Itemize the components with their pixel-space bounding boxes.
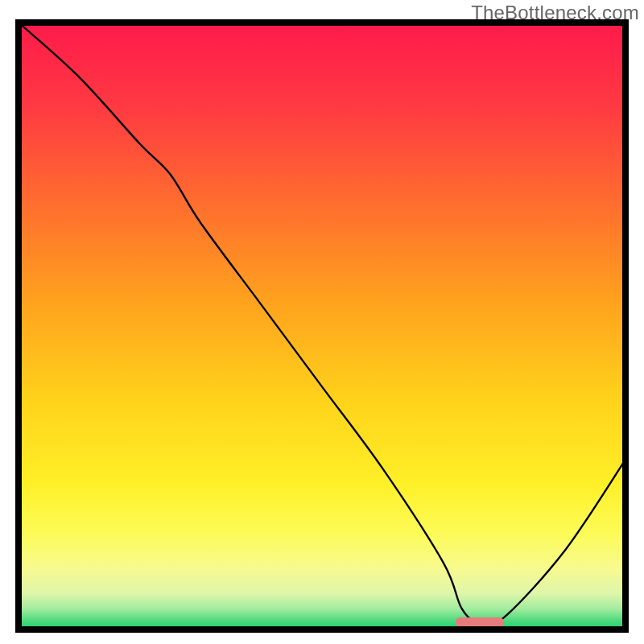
- bottleneck-chart-svg: [0, 0, 644, 644]
- optimal-marker: [456, 617, 504, 627]
- watermark-text: TheBottleneck.com: [471, 2, 639, 24]
- plot-background-gradient: [19, 23, 625, 630]
- chart-frame: TheBottleneck.com: [0, 0, 644, 644]
